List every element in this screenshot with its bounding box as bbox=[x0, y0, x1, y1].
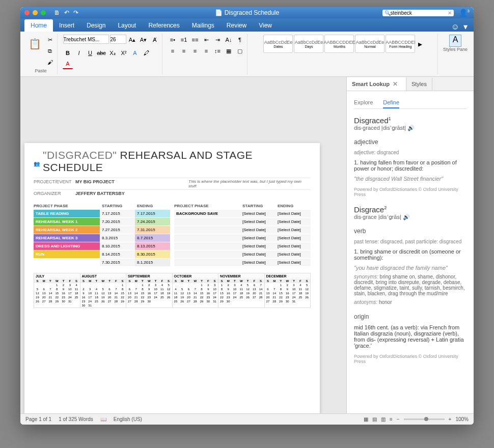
smart-lookup-tab[interactable]: Smart Lookup ✕ bbox=[347, 77, 406, 91]
tab-review[interactable]: Review bbox=[221, 19, 253, 32]
view-outline-icon[interactable]: ≡ bbox=[390, 416, 393, 422]
decrease-indent-icon[interactable]: ⇤ bbox=[201, 35, 211, 45]
zoom-out-button[interactable]: − bbox=[397, 416, 400, 422]
tab-design[interactable]: Design bbox=[80, 19, 112, 32]
align-left-icon[interactable]: ≡ bbox=[168, 46, 178, 56]
document-heading[interactable]: "DISGRACED" REHEARSAL AND STAGE SCHEDULE bbox=[43, 149, 311, 174]
zoom-window-button[interactable] bbox=[41, 10, 46, 15]
meta-row[interactable]: ORGANIZERJEFFERY BATTERSBY bbox=[34, 189, 311, 197]
phase-row[interactable]: [Select Date][Select Date] bbox=[174, 242, 311, 250]
close-window-button[interactable] bbox=[24, 10, 30, 15]
style-days[interactable]: AaBbCcDdEeDays bbox=[294, 35, 323, 53]
format-painter-icon[interactable]: 🖌 bbox=[45, 57, 55, 67]
phase-row[interactable]: REHEARSAL WEEK 38.3.20158.7.2015 bbox=[34, 234, 170, 242]
italic-button[interactable]: I bbox=[74, 48, 84, 58]
tab-view[interactable]: View bbox=[253, 19, 278, 32]
underline-button[interactable]: U bbox=[85, 48, 95, 58]
explore-subtab[interactable]: Explore bbox=[354, 97, 373, 108]
view-print-icon[interactable]: ▤ bbox=[372, 416, 377, 422]
style-dates[interactable]: AaBbCcDdEeDates bbox=[263, 35, 293, 53]
speaker-icon[interactable]: 🔊 bbox=[403, 214, 410, 220]
clear-search-icon[interactable]: ✕ bbox=[448, 10, 452, 16]
shading-icon[interactable]: ▦ bbox=[224, 46, 234, 56]
line-spacing-icon[interactable]: ↕≡ bbox=[212, 46, 223, 56]
text-effects-icon[interactable]: A bbox=[130, 48, 140, 58]
align-right-icon[interactable]: ≡ bbox=[190, 46, 200, 56]
number-list-icon[interactable]: ≡1 bbox=[179, 35, 189, 45]
bold-button[interactable]: B bbox=[63, 48, 73, 58]
language-indicator[interactable]: English (US) bbox=[114, 416, 142, 422]
paste-button[interactable]: 📋 bbox=[26, 35, 43, 53]
close-panel-icon[interactable]: ✕ bbox=[393, 80, 401, 88]
search-box[interactable]: 🔍 ✕ bbox=[382, 10, 454, 16]
meta-row[interactable]: PROJECT/EVENTMY BIG PROJECTThis is where… bbox=[34, 178, 311, 189]
phase-row[interactable]: [Select Date][Select Date] bbox=[174, 250, 311, 258]
tab-insert[interactable]: Insert bbox=[53, 19, 80, 32]
phase-row[interactable]: [Select Date][Select Date] bbox=[174, 226, 311, 234]
style-more-icon[interactable]: ▸ bbox=[416, 39, 424, 49]
style-normal[interactable]: AaBbCcDdEeNormal bbox=[355, 35, 385, 53]
phase-row[interactable]: [Select Date][Select Date] bbox=[174, 218, 311, 226]
lookup-subtabs: Explore Define bbox=[354, 97, 466, 109]
sort-icon[interactable]: A↓ bbox=[224, 35, 234, 45]
user-badge[interactable]: 👤3 bbox=[459, 9, 470, 17]
cut-icon[interactable]: ✂ bbox=[45, 35, 55, 45]
justify-icon[interactable]: ≡ bbox=[201, 46, 211, 56]
phase-row[interactable]: TABLE READING7.17.20157.17.2015 bbox=[34, 210, 170, 217]
view-read-icon[interactable]: ▦ bbox=[364, 416, 368, 422]
phase-row[interactable]: DRESS AND LIGHTING8.10.20158.13.2015 bbox=[34, 242, 170, 250]
view-web-icon[interactable]: ▥ bbox=[381, 416, 386, 422]
phase-row[interactable]: [Select Date][Select Date] bbox=[174, 234, 311, 242]
font-name-select[interactable] bbox=[63, 35, 109, 44]
phase-row[interactable]: REHEARSAL WEEK 17.20.20157.24.2015 bbox=[34, 218, 170, 226]
borders-icon[interactable]: ▢ bbox=[235, 46, 245, 56]
word-count[interactable]: 1 of 325 Words bbox=[59, 416, 93, 422]
phase-row[interactable]: RUN8.14.20158.30.2015 bbox=[34, 250, 170, 258]
phase-row[interactable]: [Select Date][Select Date] bbox=[174, 259, 311, 266]
tab-home[interactable]: Home bbox=[24, 19, 53, 32]
clear-format-icon[interactable]: A̸ bbox=[150, 35, 160, 45]
phase-row[interactable]: BACKGROUND SAVE[Select Date][Select Date… bbox=[174, 210, 311, 217]
increase-indent-icon[interactable]: ⇥ bbox=[212, 35, 223, 45]
speaker-icon[interactable]: 🔊 bbox=[407, 125, 415, 131]
define-subtab[interactable]: Define bbox=[383, 97, 399, 108]
def-pronunciation: dis·graced |disˈɡrāst| 🔊 bbox=[354, 125, 466, 131]
font-size-select[interactable] bbox=[110, 35, 126, 44]
subscript-button[interactable]: X₂ bbox=[107, 48, 118, 58]
collapse-ribbon-icon[interactable]: ▾ bbox=[463, 22, 468, 32]
phase-row[interactable]: REHEARSAL WEEK 27.27.20157.31.2015 bbox=[34, 226, 170, 234]
strikethrough-button[interactable]: abc bbox=[96, 48, 106, 58]
copy-icon[interactable]: ⧉ bbox=[45, 46, 55, 56]
shrink-font-icon[interactable]: A▾ bbox=[139, 35, 149, 45]
tab-layout[interactable]: Layout bbox=[112, 19, 142, 32]
zoom-level[interactable]: 100% bbox=[455, 416, 469, 422]
multilevel-list-icon[interactable]: ≡≡ bbox=[190, 35, 200, 45]
document-canvas[interactable]: 👥 "DISGRACED" REHEARSAL AND STAGE SCHEDU… bbox=[20, 77, 346, 413]
tab-mailings[interactable]: Mailings bbox=[186, 19, 221, 32]
zoom-slider[interactable] bbox=[404, 418, 445, 420]
page-indicator[interactable]: Page 1 of 1 bbox=[25, 416, 51, 422]
styles-tab[interactable]: Styles bbox=[406, 78, 432, 90]
show-marks-icon[interactable]: ¶ bbox=[235, 35, 245, 45]
style-months[interactable]: AABBCCDDEEMonths bbox=[324, 35, 354, 53]
styles-pane-button[interactable]: A Styles Pane bbox=[443, 35, 468, 52]
col-start: STARTING bbox=[100, 204, 135, 208]
bullet-list-icon[interactable]: ≡• bbox=[168, 35, 178, 45]
spellcheck-icon[interactable]: 📖 bbox=[100, 416, 106, 422]
tab-references[interactable]: References bbox=[142, 19, 185, 32]
minimize-window-button[interactable] bbox=[33, 10, 38, 15]
style-form-heading[interactable]: AABBCCDDEIForm Heading bbox=[386, 35, 415, 53]
smiley-icon[interactable]: ☺ bbox=[451, 22, 459, 32]
undo-icon[interactable]: ↶ bbox=[64, 9, 69, 16]
grow-font-icon[interactable]: A▴ bbox=[127, 35, 138, 45]
redo-icon[interactable]: ↷ bbox=[73, 9, 78, 16]
smart-tag-icon[interactable]: 👥 bbox=[34, 161, 40, 166]
font-color-icon[interactable]: A bbox=[63, 59, 73, 69]
search-input[interactable] bbox=[391, 10, 448, 16]
highlight-icon[interactable]: 🖍 bbox=[141, 48, 151, 58]
phase-row[interactable]: 7.30.20158.1.2015 bbox=[34, 259, 170, 266]
save-icon[interactable]: 🗎 bbox=[54, 9, 60, 16]
superscript-button[interactable]: X² bbox=[119, 48, 129, 58]
align-center-icon[interactable]: ≡ bbox=[179, 46, 189, 56]
zoom-in-button[interactable]: + bbox=[449, 416, 452, 422]
